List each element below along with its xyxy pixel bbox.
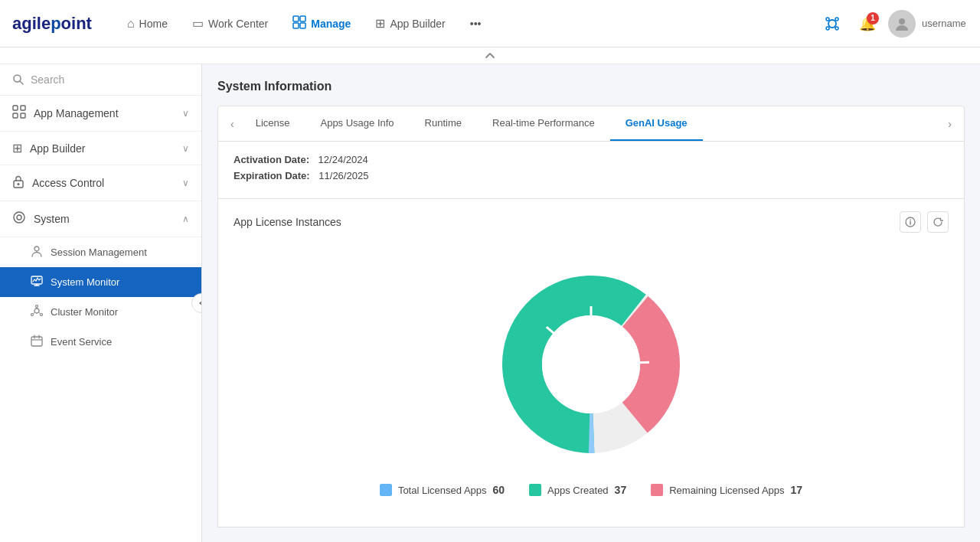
legend-label-total-licensed: Total Licensed Apps — [398, 485, 487, 496]
chart-title: App License Instances — [234, 216, 341, 228]
donut-hole — [542, 315, 640, 413]
sidebar-search[interactable]: Search — [0, 64, 201, 96]
tab-prev-button[interactable]: ‹ — [224, 109, 240, 139]
svg-point-24 — [34, 309, 39, 313]
cluster-icon — [31, 305, 43, 319]
svg-line-29 — [33, 312, 34, 314]
system-icon — [12, 211, 26, 227]
more-icon: ••• — [470, 18, 482, 30]
apps-button[interactable] — [818, 9, 847, 38]
tab-genai-usage[interactable]: GenAI Usage — [610, 106, 703, 141]
app-builder-chevron: ∨ — [182, 143, 189, 154]
chart-actions — [900, 211, 949, 233]
tab-license[interactable]: License — [240, 106, 305, 141]
legend-value-apps-created: 37 — [615, 484, 627, 496]
svg-rect-31 — [31, 337, 42, 346]
svg-rect-2 — [293, 23, 299, 28]
legend-dot-apps-created — [529, 484, 541, 496]
search-label: Search — [31, 73, 64, 86]
tab-runtime[interactable]: Runtime — [410, 106, 477, 141]
logo[interactable]: agilepoint — [12, 14, 92, 34]
legend-dot-total-licensed — [380, 484, 392, 496]
chart-card: App License Instances — [217, 199, 965, 527]
sidebar-item-app-management-label: App Management — [34, 107, 175, 119]
user-avatar[interactable] — [888, 10, 916, 38]
sidebar-item-access-control[interactable]: Access Control ∨ — [0, 165, 201, 201]
sidebar-sub-item-cluster-monitor-label: Cluster Monitor — [51, 306, 118, 318]
donut-chart — [484, 257, 698, 472]
chart-header: App License Instances — [234, 211, 949, 233]
collapse-bar[interactable] — [0, 47, 980, 64]
donut-chart-container: Total Licensed Apps 60 Apps Created 37 R… — [234, 242, 949, 511]
tab-bar: ‹ License Apps Usage Info Runtime Real-t… — [217, 106, 965, 142]
nav-item-app-builder[interactable]: ⊞ App Builder — [364, 10, 456, 37]
expiration-date-row: Expiration Date: 11/26/2025 — [234, 170, 949, 181]
svg-point-5 — [826, 18, 829, 21]
svg-rect-12 — [13, 106, 18, 110]
refresh-button[interactable] — [927, 211, 949, 233]
svg-point-20 — [34, 247, 39, 251]
svg-rect-3 — [300, 23, 305, 28]
top-nav: agilepoint ⌂ Home ▭ Work Center Manage ⊞ — [0, 0, 980, 47]
nav-item-work-center[interactable]: ▭ Work Center — [181, 10, 279, 37]
svg-rect-0 — [293, 16, 299, 21]
lock-icon — [12, 175, 24, 191]
svg-point-27 — [41, 314, 43, 316]
tab-next-button[interactable]: › — [942, 109, 958, 139]
sidebar-sub-item-cluster-monitor[interactable]: Cluster Monitor — [0, 297, 201, 327]
svg-point-18 — [14, 212, 24, 223]
sidebar-sub-item-event-service[interactable]: Event Service — [0, 327, 201, 357]
legend-value-total-licensed: 60 — [493, 484, 505, 496]
svg-point-25 — [36, 305, 38, 308]
nav-item-home[interactable]: ⌂ Home — [116, 11, 178, 37]
info-button[interactable] — [900, 211, 921, 233]
session-icon — [31, 245, 43, 260]
tab-apps-usage-info[interactable]: Apps Usage Info — [305, 106, 409, 141]
sidebar-sub-item-system-monitor[interactable]: System Monitor — [0, 267, 201, 297]
logo-text-start: agile — [12, 14, 51, 33]
nav-item-more[interactable]: ••• — [459, 11, 492, 36]
tab-realtime-performance[interactable]: Real-time Performance — [477, 106, 610, 141]
nav-item-manage-label: Manage — [311, 18, 351, 30]
activation-label: Activation Date: — [234, 154, 309, 165]
svg-point-26 — [31, 314, 34, 316]
sidebar-item-app-builder[interactable]: ⊞ App Builder ∨ — [0, 132, 201, 165]
home-icon: ⌂ — [127, 17, 135, 31]
sidebar-sub-item-system-monitor-label: System Monitor — [51, 276, 119, 288]
app-management-icon — [12, 105, 26, 122]
notification-badge: 1 — [867, 12, 879, 24]
svg-point-7 — [826, 27, 829, 30]
chart-legend: Total Licensed Apps 60 Apps Created 37 R… — [380, 484, 802, 496]
legend-label-apps-created: Apps Created — [547, 485, 609, 496]
logo-text-end: oint — [61, 14, 92, 33]
svg-line-11 — [20, 81, 23, 84]
license-info-card: Activation Date: 12/24/2024 Expiration D… — [217, 142, 965, 199]
notifications-button[interactable]: 🔔 1 — [853, 9, 882, 38]
sidebar-sub-item-event-service-label: Event Service — [51, 336, 112, 348]
sidebar-sub-item-session-management-label: Session Management — [51, 247, 147, 258]
activation-value: 12/24/2024 — [318, 154, 368, 165]
username-label: username — [922, 18, 968, 29]
sidebar-item-system[interactable]: System ∧ — [0, 201, 201, 237]
legend-dot-remaining — [651, 484, 663, 496]
svg-rect-15 — [21, 113, 25, 118]
svg-point-8 — [835, 27, 838, 30]
svg-rect-14 — [13, 113, 18, 118]
main-layout: Search App Management ∨ ⊞ App Builder ∨ — [0, 64, 980, 542]
app-builder-icon: ⊞ — [375, 16, 385, 31]
legend-value-remaining: 17 — [791, 484, 803, 496]
app-builder-sidebar-icon: ⊞ — [12, 141, 22, 155]
nav-item-manage[interactable]: Manage — [282, 9, 361, 38]
nav-item-home-label: Home — [139, 18, 168, 30]
refresh-icon — [933, 217, 943, 227]
monitor-display-icon — [31, 275, 43, 289]
svg-point-37 — [910, 219, 911, 220]
svg-line-42 — [632, 362, 649, 363]
sidebar-item-system-label: System — [34, 213, 175, 225]
manage-icon — [292, 15, 306, 32]
nav-item-app-builder-label: App Builder — [390, 18, 445, 30]
info-icon — [905, 217, 916, 227]
legend-item-total-licensed: Total Licensed Apps 60 — [380, 484, 505, 496]
sidebar-item-app-management[interactable]: App Management ∨ — [0, 96, 201, 132]
sidebar-sub-item-session-management[interactable]: Session Management — [0, 237, 201, 267]
